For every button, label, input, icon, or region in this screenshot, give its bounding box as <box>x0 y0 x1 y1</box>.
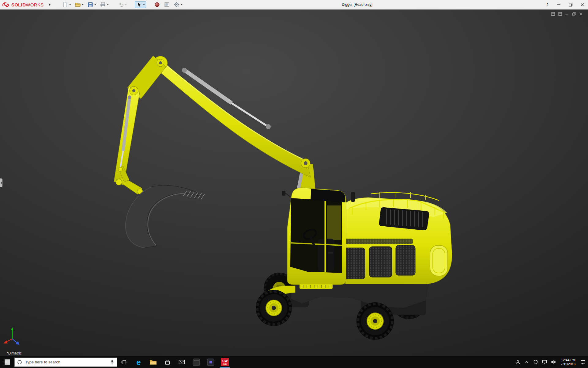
quick-access-toolbar <box>61 0 184 9</box>
close-button[interactable] <box>576 0 588 9</box>
save-floppy-icon <box>87 2 93 8</box>
exhaust-stack <box>351 192 355 202</box>
task-view-icon <box>121 359 127 365</box>
file-explorer-icon <box>149 359 157 365</box>
network-icon <box>542 360 547 364</box>
system-tray: 12:44 PM 7/11/2018 <box>515 356 588 368</box>
titlebar: SOLIDWORKS <box>0 0 588 10</box>
clock-date: 7/11/2018 <box>561 362 575 366</box>
dark-app-icon-2 <box>207 358 214 366</box>
doc-icon-2[interactable] <box>557 12 563 16</box>
tray-overflow-button[interactable] <box>524 356 530 368</box>
caption-buttons: ? <box>541 0 588 9</box>
store-bag-icon <box>164 359 171 365</box>
door-handle <box>328 252 333 254</box>
printer-icon <box>100 2 106 8</box>
start-button[interactable] <box>0 356 14 368</box>
doc-icon-1[interactable] <box>550 12 556 16</box>
chevron-up-icon <box>525 361 529 364</box>
appearance-sphere-icon <box>154 2 160 8</box>
undo-button[interactable] <box>117 1 128 8</box>
restore-icon <box>569 3 573 7</box>
doc-sheet-icon <box>558 12 562 16</box>
sheet-format-icon <box>164 2 170 8</box>
document-window-controls <box>550 12 584 16</box>
sheet-format-button[interactable] <box>163 1 171 8</box>
gear-icon <box>174 2 180 8</box>
doc-close-button[interactable] <box>579 12 584 16</box>
graphics-area <box>0 9 588 356</box>
brand-works: WORKS <box>26 2 43 7</box>
select-cursor-icon <box>136 2 142 8</box>
wheel-rear-near[interactable] <box>356 302 394 340</box>
open-document-button[interactable] <box>74 1 85 8</box>
action-center-icon <box>580 360 586 365</box>
new-document-icon <box>62 2 68 8</box>
taskbar-app-dark-1[interactable] <box>189 356 203 368</box>
dark-app-icon-1 <box>193 358 200 366</box>
mail-envelope-icon <box>179 359 185 365</box>
save-button[interactable] <box>86 1 97 8</box>
model-viewport[interactable]: *Dimetric <box>0 9 588 356</box>
taskbar-app-file-explorer[interactable] <box>146 356 160 368</box>
taskbar: e SW 2017 <box>0 356 588 368</box>
minimize-icon <box>557 3 561 6</box>
doc-minimize-button[interactable] <box>564 12 570 16</box>
taskbar-clock[interactable]: 12:44 PM 7/11/2018 <box>560 356 577 368</box>
taskbar-app-edge[interactable]: e <box>131 356 146 368</box>
seat <box>318 239 334 271</box>
print-button[interactable] <box>99 1 110 8</box>
security-tray-button[interactable] <box>533 356 538 368</box>
network-tray-button[interactable] <box>542 356 547 368</box>
taskbar-app-mail[interactable] <box>175 356 189 368</box>
undo-arrow-icon <box>118 2 124 8</box>
defender-shield-icon <box>533 360 538 364</box>
clock-time: 12:44 PM <box>561 358 575 362</box>
restore-button[interactable] <box>565 0 576 9</box>
options-gear-button[interactable] <box>172 1 184 8</box>
volume-icon <box>551 360 556 364</box>
cab[interactable] <box>282 188 346 285</box>
sw-badge-bottom: 2017 <box>223 363 227 365</box>
running-board <box>300 284 333 289</box>
side-mirror <box>282 191 285 196</box>
view-orientation-label: *Dimetric <box>7 351 22 355</box>
search-input[interactable] <box>24 359 107 365</box>
edge-icon: e <box>136 358 141 366</box>
appearance-sphere-button[interactable] <box>153 1 161 8</box>
doc-restore-button[interactable] <box>571 12 577 16</box>
minimize-button[interactable] <box>553 0 565 9</box>
task-view-button[interactable] <box>117 356 131 368</box>
solidworks-icon: SW 2017 <box>221 358 229 366</box>
taskbar-app-solidworks[interactable]: SW 2017 <box>218 356 232 368</box>
windows-logo-icon <box>5 359 10 365</box>
taskbar-app-store[interactable] <box>160 356 175 368</box>
window-title: Digger [Read-only] <box>342 0 372 9</box>
wheel-front-near[interactable] <box>256 290 292 326</box>
doc-sheet-icon <box>551 12 555 16</box>
dassault-logo-icon <box>2 2 10 7</box>
close-icon <box>580 3 584 6</box>
brand-wordmark: SOLIDWORKS <box>11 2 44 7</box>
engine-housing[interactable] <box>342 191 452 284</box>
doc-restore-icon <box>572 12 576 16</box>
select-cursor-button[interactable] <box>135 1 146 8</box>
help-button[interactable]: ? <box>541 0 553 9</box>
panel-collapse-handle[interactable] <box>0 178 2 187</box>
app-logo: SOLIDWORKS <box>0 2 46 7</box>
menu-expand-arrow-icon[interactable] <box>49 3 51 6</box>
people-icon <box>515 360 520 365</box>
volume-tray-button[interactable] <box>551 356 556 368</box>
doc-close-icon <box>579 12 583 16</box>
doc-minimize-icon <box>565 12 569 16</box>
people-button[interactable] <box>515 356 521 368</box>
microphone-icon[interactable] <box>110 360 114 364</box>
open-folder-icon <box>75 2 81 8</box>
taskbar-app-dark-2[interactable] <box>203 356 218 368</box>
brand-solid: SOLID <box>11 2 26 7</box>
action-center-button[interactable] <box>580 356 586 368</box>
cortana-circle-icon <box>17 360 22 365</box>
new-document-button[interactable] <box>61 1 72 8</box>
sw-badge-top: SW <box>222 359 228 363</box>
taskbar-search <box>14 358 117 367</box>
